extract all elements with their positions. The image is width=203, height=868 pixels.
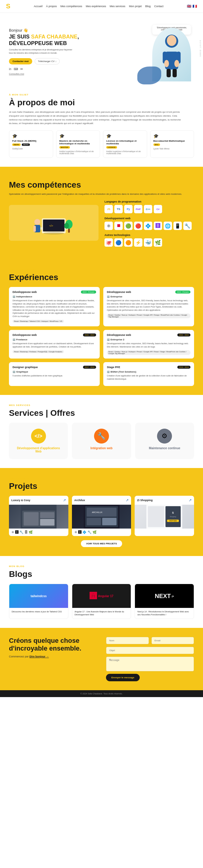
- project-img-1: ARCHILUX: [72, 505, 132, 529]
- skills-grid: </> Langages de programmation JS: [9, 200, 194, 250]
- exp-card-0: Développeuse web 2022 - Présent 🏢 Indépe…: [9, 287, 100, 326]
- skill-cat-other-title: Autres technologies: [105, 234, 194, 237]
- skill-cpp: C++: [144, 205, 152, 213]
- nav-experiences[interactable]: Mes expériences: [86, 5, 106, 8]
- service-title-1: Intégration web: [78, 446, 125, 450]
- exp-tags-2: React / Bootstrap / Firebase / PostgreSQ…: [12, 350, 96, 353]
- skill-bootstrap: 🅱: [154, 222, 162, 230]
- exp-company-5: 🏢 BSNet (Test Solutions): [107, 370, 191, 373]
- blog-card-1[interactable]: 🅰 Angular 17 Angular 17 : Une Avancée Ma…: [72, 584, 132, 619]
- email-field[interactable]: [151, 637, 194, 644]
- skills-section: Mes skills Mes compétences Spécialiste e…: [0, 167, 203, 259]
- bonjour-link[interactable]: Dire bonjour →: [30, 655, 49, 658]
- consult-link[interactable]: Consultes moi: [9, 72, 149, 75]
- social-linkedin[interactable]: in: [9, 67, 11, 71]
- navbar-links: Accueil À propos Mes compétences Mes exp…: [34, 5, 163, 8]
- exp-card-header-0: Développeuse web 2022 - Présent: [12, 290, 96, 293]
- flag-en[interactable]: 🇬🇧: [187, 4, 191, 8]
- tag-css-1: 💠: [82, 530, 87, 534]
- skill-cat-other: Autres technologies 🐙 🔵 🟠 ⚡ 🐳 🌿: [105, 234, 194, 247]
- skills-right: Langages de programmation JS TS Py PHP C…: [105, 200, 194, 250]
- nav-contact[interactable]: Contact: [154, 5, 163, 8]
- blue-blob: [137, 66, 161, 85]
- about-card-icon-1: 🎓: [59, 134, 97, 138]
- exp-desc-2: Développement d'une application web avec…: [12, 342, 96, 348]
- hero-left: Bonjour 👋 JE SUIS SAFA CHAABANE,DÉVELOPP…: [9, 28, 149, 75]
- luxury-img: [9, 505, 68, 529]
- exp-card-header-4: Designer graphique 2017 - 2019: [12, 366, 96, 369]
- project-tags-0: ⚛ 🅱 🔧 🗄 🌿: [9, 529, 68, 536]
- about-title: À propos de moi: [9, 98, 194, 107]
- contact-sub: Commencez par Dire bonjour →: [9, 655, 97, 658]
- exp-desc-4: 5 années d'affiches publicitaires et de …: [12, 374, 96, 378]
- exp-card-title-0: Développeuse web: [12, 290, 37, 293]
- exp-tags-0: React / Bootstrap / Tailwind CSS / Hubsp…: [12, 320, 96, 323]
- download-cv-button[interactable]: Télécharger CV ↓: [35, 58, 60, 64]
- skill-gatsby: 📱: [173, 222, 182, 230]
- about-card-inst-0: GoMyCode: [12, 148, 50, 150]
- exp-card-title-3: Développeuse web: [107, 334, 131, 337]
- blog-title-1: Angular 17 : Une Avancée Majeure dans le…: [75, 610, 129, 616]
- contact-button[interactable]: Contacter moi: [9, 58, 32, 64]
- about-card-icon-3: 🎓: [153, 134, 191, 138]
- name-field[interactable]: [106, 637, 149, 644]
- subject-field[interactable]: [106, 647, 194, 654]
- badge-master: MASTER: [59, 146, 70, 149]
- nav-services[interactable]: Mes services: [110, 5, 125, 8]
- project-card-1: Archilux ↗ ARCHILUX ⚛ 🅱 💠 🔧 🌿: [72, 496, 132, 536]
- svg-point-14: [34, 219, 40, 225]
- service-icon-2: ⚙: [157, 429, 172, 443]
- skill-next: 💠: [144, 222, 152, 230]
- blogs-section-tag: Mon blog: [9, 565, 194, 568]
- nav-competences[interactable]: Mes compétences: [60, 5, 82, 8]
- nav-blog[interactable]: Blog: [145, 5, 150, 8]
- project-tags-1: ⚛ 🅱 💠 🔧 🌿: [72, 529, 132, 536]
- svg-rect-24: [40, 519, 54, 526]
- blog-body-1: Angular 17 : Une Avancée Majeure dans le…: [72, 608, 131, 619]
- skill-angular: 🅰: [114, 222, 123, 230]
- about-cards: 🎓 Full Stack JS (MERN) MERN MERN GoMyCod…: [9, 130, 194, 158]
- about-section-tag: À mon sujet: [9, 93, 194, 96]
- services-title: Services | Offres: [9, 408, 194, 418]
- nav-apropos[interactable]: À propos: [46, 5, 57, 8]
- flag-fr[interactable]: 🇫🇷: [193, 4, 197, 8]
- message-field[interactable]: [106, 656, 194, 672]
- next-version: .js: [171, 595, 174, 597]
- blogs-grid: tailwindcss Découvrez les dernières mise…: [9, 584, 194, 619]
- nav-accueil[interactable]: Accueil: [34, 5, 42, 8]
- about-card-0: 🎓 Full Stack JS (MERN) MERN MERN GoMyCod…: [9, 130, 53, 158]
- project-ext-0: ↗: [63, 498, 66, 502]
- contact-section: Créons quelque chose d'incroyable ensemb…: [0, 628, 203, 690]
- skill-js: JS: [105, 205, 113, 213]
- about-card-3: 🎓 Baccalauréat Mathématique BAC Lycée Ta…: [150, 130, 194, 158]
- service-title-0: Développement d'applications Web: [15, 446, 62, 453]
- nav-projet[interactable]: Mon projet: [129, 5, 142, 8]
- about-card-inst-3: Lycée Taïb Mhirsi: [153, 148, 191, 150]
- social-github[interactable]: ⌨: [14, 67, 18, 71]
- skills-left: </>: [9, 200, 98, 250]
- exp-company-icon-1: 🏢: [107, 295, 110, 298]
- blog-card-0[interactable]: tailwindcss Découvrez les dernières mise…: [9, 584, 68, 619]
- navbar-logo: S: [6, 2, 10, 10]
- exp-grid: Développeuse web 2022 - Présent 🏢 Indépe…: [9, 287, 194, 386]
- hero-desc: Consultez les dernières entreprises et j…: [9, 48, 75, 55]
- exp-card-4: Designer graphique 2017 - 2019 🏢 Graphiq…: [9, 362, 100, 386]
- angular-label: Angular 17: [98, 594, 113, 598]
- projects-section-tag: Mes projets: [9, 477, 194, 479]
- skill-firebase: 🟠: [124, 238, 133, 247]
- send-button[interactable]: Envoyer le message: [106, 674, 140, 681]
- hero-greeting: Bonjour 👋: [9, 28, 149, 32]
- blog-card-2[interactable]: NEXT .js Next.js 14 : Révolutionnez le D…: [135, 584, 194, 619]
- exp-company-icon-4: 🏢: [12, 370, 16, 373]
- view-all-projects-button[interactable]: VOIR TOUS MES PROJETS: [81, 540, 122, 547]
- form-row-name-email: [106, 637, 194, 644]
- skill-docker: 🔵: [114, 238, 123, 247]
- about-card-title-2: Licence en informatique et multimédia: [106, 140, 144, 145]
- project-header-1: Archilux ↗: [72, 496, 132, 505]
- wrench-icon: 🔧: [97, 432, 106, 440]
- exp-card-header-2: Développeuse web 2021 - 2022: [12, 334, 96, 337]
- badge-mern: MERN: [12, 144, 21, 146]
- tag-mongo-1: 🌿: [92, 530, 97, 534]
- about-card-1: 🎓 Masters de recherche en Informatique e…: [56, 130, 100, 158]
- social-email[interactable]: ✉: [20, 67, 23, 71]
